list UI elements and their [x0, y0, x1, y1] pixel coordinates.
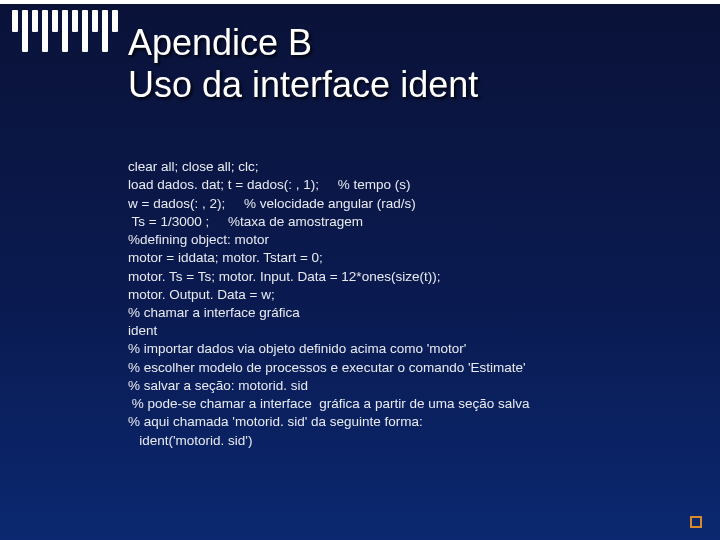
code-line: % escolher modelo de processos e executa… — [128, 360, 526, 375]
code-line: clear all; close all; clc; — [128, 159, 259, 174]
code-line: ident — [128, 323, 157, 338]
code-line: Ts = 1/3000 ; %taxa de amostragem — [128, 214, 363, 229]
page-title: Apendice B Uso da interface ident — [128, 22, 680, 107]
title-line-1: Apendice B — [128, 22, 312, 63]
decorative-ticks — [12, 10, 118, 52]
code-line: motor. Output. Data = w; — [128, 287, 275, 302]
code-line: % importar dados via objeto definido aci… — [128, 341, 466, 356]
code-line: % aqui chamada 'motorid. sid' da seguint… — [128, 414, 423, 429]
code-line: w = dados(: , 2); % velocidade angular (… — [128, 196, 416, 211]
code-line: load dados. dat; t = dados(: , 1); % tem… — [128, 177, 411, 192]
code-line: %defining object: motor — [128, 232, 269, 247]
title-line-2: Uso da interface ident — [128, 64, 478, 105]
code-line: motor. Ts = Ts; motor. Input. Data = 12*… — [128, 269, 440, 284]
slide: Apendice B Uso da interface ident clear … — [0, 0, 720, 540]
code-line: ident('motorid. sid') — [128, 433, 252, 448]
code-line: % chamar a interface gráfica — [128, 305, 300, 320]
code-line: % pode-se chamar a interface gráfica a p… — [128, 396, 529, 411]
code-block: clear all; close all; clc; load dados. d… — [128, 140, 690, 468]
code-line: % salvar a seção: motorid. sid — [128, 378, 308, 393]
top-border — [0, 0, 720, 4]
corner-accent-icon — [690, 516, 702, 528]
code-line: motor = iddata; motor. Tstart = 0; — [128, 250, 323, 265]
